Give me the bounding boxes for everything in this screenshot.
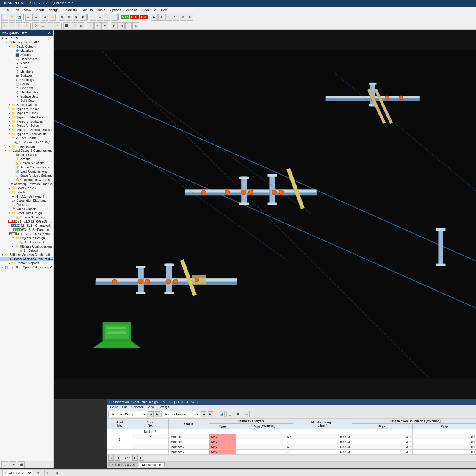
- tree-toggle-objects-to-design[interactable]: ▾: [11, 237, 15, 239]
- menu-calculate[interactable]: Calculate: [61, 7, 79, 12]
- tree-item-nodes[interactable]: ●Nodes: [0, 61, 53, 65]
- undo-btn[interactable]: ↩: [25, 14, 32, 21]
- tree-item-special-objects[interactable]: ▸📁Special Objects: [0, 103, 53, 107]
- bt3[interactable]: ⚙: [235, 411, 241, 417]
- tree-item-uc-default[interactable]: ⚙1 - Default: [0, 248, 53, 253]
- tb7[interactable]: ×: [104, 14, 110, 21]
- tree-item-stiffness-configs[interactable]: ▾📁Stiffness Analysis Configuratio...: [0, 253, 53, 257]
- settings-menu[interactable]: Settings: [156, 405, 171, 409]
- tree-item-basic-objects[interactable]: ▾📁Basic Objects: [0, 44, 53, 48]
- tree-toggle-load-cases-comb[interactable]: ▾: [4, 149, 7, 152]
- tree-item-surfaces[interactable]: ▦Surfaces: [0, 73, 53, 78]
- tb29[interactable]: ⬛: [63, 22, 70, 29]
- tb212[interactable]: ≡: [87, 22, 94, 29]
- last-page-btn[interactable]: ▶|: [139, 455, 144, 461]
- tree-item-printout[interactable]: ▸📁Printout Reports: [0, 261, 53, 265]
- x-btn[interactable]: ✕: [180, 14, 186, 21]
- next-btn2[interactable]: ▶: [208, 411, 213, 417]
- menu-cadbim[interactable]: CAD-BIM: [140, 7, 158, 12]
- menu-file[interactable]: File: [1, 7, 11, 12]
- tree-toggle-steel-joint-design[interactable]: ▾: [8, 212, 11, 214]
- save-btn[interactable]: 💾: [16, 14, 22, 21]
- print-btn[interactable]: 🖨: [42, 14, 48, 21]
- prev-page-btn[interactable]: ◀: [115, 455, 120, 461]
- prev-btn[interactable]: ◀: [148, 411, 154, 417]
- tab-classification[interactable]: Classification: [139, 462, 165, 467]
- tb213[interactable]: ⊕: [94, 22, 101, 29]
- tree-item-ds2[interactable]: S.ChDS2 - SLS - Characteri...: [0, 223, 53, 228]
- tree-item-types-members[interactable]: ▸📁Types for Members: [0, 115, 53, 119]
- tree-item-types-nodes[interactable]: ▸📁Types for Nodes: [0, 107, 53, 111]
- tree-item-ds1[interactable]: ULSDS1 - ULS (STR/GEO) - ...: [0, 219, 53, 223]
- tb4[interactable]: ◧: [80, 14, 87, 21]
- tree-toggle-types-members[interactable]: ▸: [8, 116, 11, 119]
- tree-item-types-special[interactable]: ▸📁Types for Special Objects: [0, 128, 53, 132]
- tree-item-lines[interactable]: ─Lines: [0, 65, 53, 69]
- tb28[interactable]: ○: [54, 22, 60, 29]
- tree-item-ds4[interactable]: S.QpDS4 - SLS - Quasi-perm...: [0, 232, 53, 236]
- bt1[interactable]: 📊: [218, 411, 225, 417]
- tree-item-lc1-self-weight[interactable]: ▸⬇LC1 - Self-weight: [0, 194, 53, 198]
- tree-item-materials[interactable]: 🔷Materials: [0, 48, 53, 53]
- tb21[interactable]: ↑: [1, 22, 8, 29]
- tree-item-loads[interactable]: ▾📁Loads: [0, 190, 53, 194]
- sb-btn3[interactable]: ▣: [54, 470, 60, 476]
- cursor-btn[interactable]: ⊕: [158, 14, 165, 21]
- tree-item-sc-initial[interactable]: 📐1 - Initial stiffness | No inter...: [0, 257, 53, 261]
- menu-insert[interactable]: Insert: [33, 7, 46, 12]
- tree-toggle-special-objects[interactable]: ▸: [8, 103, 11, 106]
- viewport[interactable]: [54, 30, 476, 399]
- tb5[interactable]: +: [90, 14, 96, 21]
- tree-item-static-analysis[interactable]: 📊Static Analysis Settings: [0, 173, 53, 178]
- tree-item-load-cases-comb[interactable]: ▾📁Load Cases & Combinations: [0, 148, 53, 153]
- tree-item-thicknesses[interactable]: ▭Thicknesses: [0, 57, 53, 61]
- tree-item-types-lines[interactable]: ▸📁Types for Lines: [0, 111, 53, 115]
- tree-item-types-solids[interactable]: ▸📁Types for Solids: [0, 123, 53, 128]
- tree-toggle-types-lines[interactable]: ▸: [8, 112, 11, 115]
- menu-results[interactable]: Results: [79, 7, 95, 12]
- tab-stiffness[interactable]: Stiffness Analysis: [108, 462, 138, 467]
- tree-toggle-lc1-self-weight[interactable]: ▸: [11, 195, 15, 198]
- design-dropdown[interactable]: Steel Joint Design: [108, 411, 147, 417]
- nav-btn3[interactable]: 🎬: [18, 461, 25, 468]
- tree-item-line-sets[interactable]: ≡Line Sets: [0, 86, 53, 90]
- menu-tools[interactable]: Tools: [95, 7, 107, 12]
- edit-menu[interactable]: Edit: [120, 405, 129, 409]
- tree-toggle-loads[interactable]: ▾: [8, 191, 11, 194]
- tree-item-design-situations-sj[interactable]: ▾📐Design Situations: [0, 215, 53, 219]
- tree-toggle-types-special[interactable]: ▸: [8, 128, 11, 131]
- tree-toggle-rfem[interactable]: ▾: [1, 37, 4, 40]
- tree-item-types-steel-joints[interactable]: ▾📁Types for Steel Joints: [0, 132, 53, 136]
- tree-item-calc-diagrams[interactable]: 📈Calculation Diagrams: [0, 198, 53, 203]
- menu-view[interactable]: View: [22, 7, 34, 12]
- tb214[interactable]: ⊗: [101, 22, 108, 29]
- tree-item-guide-objects[interactable]: 📍Guide Objects: [0, 207, 53, 211]
- fit-btn[interactable]: ⛶: [173, 14, 179, 21]
- menu-edit[interactable]: Edit: [11, 7, 22, 12]
- tree-item-ds3[interactable]: S.FrDS3 - SLS - Frequent...: [0, 228, 53, 232]
- tb3[interactable]: ▣: [73, 14, 79, 21]
- view-menu[interactable]: View: [146, 405, 156, 409]
- menu-help[interactable]: Help: [159, 7, 170, 12]
- view-select[interactable]: 1 - Global XYZ: [2, 470, 32, 476]
- selection-menu[interactable]: Selection: [130, 405, 145, 409]
- tree-toggle-load-wizards[interactable]: ▸: [8, 187, 11, 190]
- tree-toggle-design-situations-sj[interactable]: ▾: [11, 216, 15, 219]
- tree-item-objects-to-design[interactable]: ▾📁Objects to Design: [0, 236, 53, 240]
- tree-toggle-stiffness-configs[interactable]: ▾: [1, 253, 4, 256]
- tree-item-steel-joints-1[interactable]: 🔩Steel Joints : 1: [0, 240, 53, 244]
- tb215[interactable]: ▷: [111, 22, 118, 29]
- tb2[interactable]: ⊟: [66, 14, 72, 21]
- tb27[interactable]: □: [47, 22, 53, 29]
- tree-item-members[interactable]: ╠Members: [0, 69, 53, 73]
- tree-item-steel-joints[interactable]: ▾⚙Steel Joints: [0, 136, 53, 140]
- tree-item-openings[interactable]: □Openings: [0, 78, 53, 82]
- first-page-btn[interactable]: |◀: [108, 455, 114, 461]
- tb211[interactable]: ▦: [78, 22, 84, 29]
- tb22[interactable]: ↓: [9, 22, 15, 29]
- rotate-btn[interactable]: ↻: [187, 14, 193, 21]
- tree-item-design-situations[interactable]: 📐Design Situations: [0, 161, 53, 165]
- tree-item-member-sets[interactable]: ╬Member Sets: [0, 90, 53, 94]
- tree-toggle-ultimate-configs[interactable]: ▾: [11, 245, 15, 248]
- open-btn[interactable]: 📁: [9, 14, 15, 21]
